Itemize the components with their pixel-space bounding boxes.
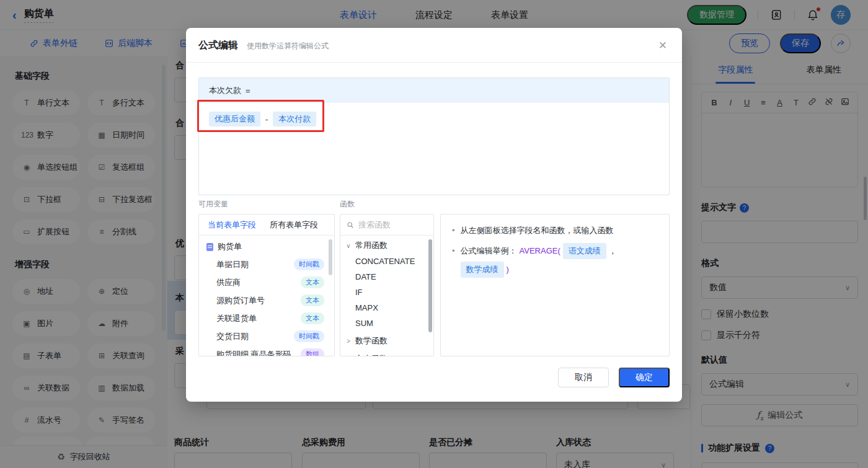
app-window: ‹ 购货单 表单设计 流程设定 表单设置 数据管理 存 表单外链: [0, 0, 868, 468]
hints-panel: • 从左侧面板选择字段名和函数，或输入函数 • 公式编辑举例： AVERAGE(…: [440, 214, 670, 356]
variable-field-row[interactable]: 单据日期 时间戳: [199, 255, 334, 273]
search-icon: [347, 221, 354, 229]
modal-subtitle: 使用数学运算符编辑公式: [247, 41, 329, 51]
tab-current-form-fields[interactable]: 当前表单字段: [208, 219, 256, 231]
minus-operator: -: [265, 115, 268, 124]
functions-scrollbar[interactable]: [428, 239, 432, 332]
function-item[interactable]: MAPX: [340, 300, 433, 316]
function-close-paren: ): [507, 263, 509, 276]
variable-field-name: 购货明细.商品条形码: [216, 349, 291, 357]
example-chip: 语文成绩: [563, 243, 606, 259]
chevron-right-icon: >: [345, 356, 352, 357]
bullet-icon: •: [452, 245, 455, 257]
hint-line-1: • 从左侧面板选择字段名和函数，或输入函数: [452, 224, 658, 237]
formula-editor-box[interactable]: 本次欠款 = 优惠后金额 - 本次付款: [198, 77, 670, 195]
variable-field-row[interactable]: 关联退货单 文本: [199, 309, 334, 327]
function-list: CONCATENATE DATE IF MAPX SUM: [340, 254, 433, 331]
equals-sign: =: [246, 86, 250, 95]
variable-field-name: 供应商: [216, 277, 241, 288]
variables-panel-label: 可用变量: [198, 199, 228, 210]
variable-field-row[interactable]: 源购货订单号 文本: [199, 291, 334, 309]
formula-target: 本次欠款: [209, 85, 241, 96]
variable-field-row[interactable]: 交货日期 时间戳: [199, 327, 334, 345]
variable-type-badge: 文本: [301, 276, 324, 288]
form-root-node[interactable]: 购货单: [199, 238, 334, 255]
example-chip: 数学成绩: [461, 262, 504, 278]
variable-field-list: 单据日期 时间戳 供应商 文本 源购货订单号 文本 关联退货单: [199, 255, 334, 356]
variable-type-badge: 时间戳: [294, 258, 324, 270]
functions-panel-label: 函数: [340, 199, 355, 210]
variable-type-badge: 文本: [301, 294, 324, 306]
function-name-example: AVERAGE(: [520, 245, 560, 257]
field-chip[interactable]: 本次付款: [273, 112, 316, 126]
chevron-down-icon: ∨: [345, 242, 352, 249]
variable-field-name: 交货日期: [216, 331, 249, 342]
cancel-button[interactable]: 取消: [558, 368, 609, 387]
function-item[interactable]: CONCATENATE: [340, 254, 433, 269]
variable-field-name: 关联退货单: [216, 313, 257, 324]
confirm-button[interactable]: 确定: [619, 368, 670, 387]
divider: [186, 62, 682, 63]
formula-target-bar: 本次欠款 =: [199, 78, 669, 103]
function-item[interactable]: SUM: [340, 316, 433, 331]
function-item[interactable]: IF: [340, 285, 433, 300]
function-group-math[interactable]: > 数学函数: [340, 333, 433, 349]
field-chip[interactable]: 优惠后金额: [209, 112, 260, 126]
variables-scrollbar[interactable]: [329, 239, 332, 275]
variable-type-badge: 时间戳: [294, 330, 324, 342]
close-icon[interactable]: ✕: [658, 39, 667, 52]
functions-panel: ∨ 常用函数 CONCATENATE DATE IF MAPX SUM > 数学…: [340, 214, 434, 356]
function-group-common[interactable]: ∨ 常用函数: [340, 237, 433, 254]
variables-panel: 当前表单字段 所有表单字段 购货单 单据日期 时间戳 供应商 文本: [198, 214, 335, 356]
variable-field-row[interactable]: 购货明细.商品条形码 数组: [199, 345, 334, 356]
function-item[interactable]: DATE: [340, 269, 433, 285]
formula-edit-modal: 公式编辑 使用数学运算符编辑公式 ✕ 本次欠款 = 优惠后金额 - 本次付款 可…: [186, 28, 682, 402]
modal-title: 公式编辑: [198, 39, 238, 52]
variable-field-row[interactable]: 供应商 文本: [199, 273, 334, 291]
function-search[interactable]: [340, 214, 433, 236]
variable-type-badge: 数组: [301, 348, 324, 356]
variable-field-name: 单据日期: [216, 259, 249, 270]
hint-line-2: • 公式编辑举例： AVERAGE( 语文成绩 ， 数学成绩 ): [452, 243, 658, 278]
form-doc-icon: [206, 243, 213, 251]
tab-all-form-fields[interactable]: 所有表单字段: [270, 219, 318, 231]
formula-expression[interactable]: 优惠后金额 - 本次付款: [199, 103, 669, 135]
function-search-input[interactable]: [358, 220, 420, 229]
function-group-text[interactable]: > 文本函数: [340, 351, 433, 356]
bullet-icon: •: [452, 224, 455, 237]
chevron-right-icon: >: [345, 338, 352, 345]
variable-type-badge: 文本: [301, 312, 324, 324]
variable-field-name: 源购货订单号: [216, 295, 265, 306]
